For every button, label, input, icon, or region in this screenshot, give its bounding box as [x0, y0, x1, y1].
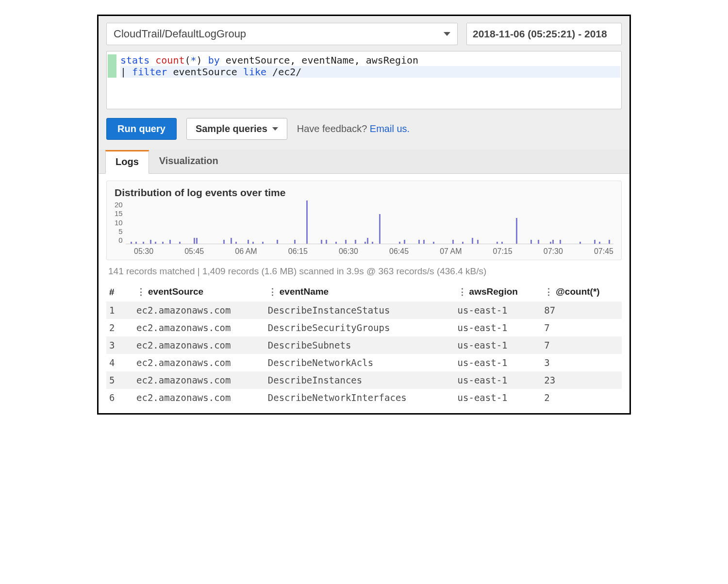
tab-logs[interactable]: Logs [105, 150, 149, 174]
table-row[interactable]: 1ec2.amazonaws.comDescribeInstanceStatus… [106, 301, 622, 319]
chart-bar[interactable] [550, 242, 551, 244]
table-row[interactable]: 6ec2.amazonaws.comDescribeNetworkInterfa… [106, 389, 622, 406]
table-cell: us-east-1 [455, 389, 542, 406]
chart-plot[interactable] [126, 200, 613, 244]
chart-bar[interactable] [364, 242, 366, 244]
chart-bar[interactable] [131, 242, 132, 244]
table-cell: us-east-1 [455, 354, 542, 371]
chevron-down-icon [272, 127, 278, 131]
chart-bar[interactable] [501, 242, 503, 244]
scan-summary: 141 records matched | 1,409 records (1.6… [106, 260, 622, 283]
chart-bar[interactable] [379, 214, 381, 244]
chart-bar[interactable] [372, 242, 373, 244]
table-cell: DescribeInstanceStatus [265, 301, 455, 319]
column-header[interactable]: # [106, 283, 133, 301]
query-panel: CloudTrail/DefaultLogGroup 2018-11-06 (0… [99, 16, 629, 150]
run-query-button[interactable]: Run query [106, 118, 177, 140]
chart-bar[interactable] [143, 242, 144, 244]
query-editor[interactable]: stats count(*) by eventSource, eventName… [106, 51, 622, 109]
chart-bar[interactable] [326, 240, 327, 244]
sample-queries-dropdown[interactable]: Sample queries [186, 118, 287, 140]
column-header[interactable]: ⋮eventName [265, 283, 455, 301]
chart-bar[interactable] [335, 242, 337, 244]
chart-bar[interactable] [404, 240, 405, 244]
table-header-row: #⋮eventSource⋮eventName⋮awsRegion⋮@count… [106, 283, 622, 301]
log-group-dropdown[interactable]: CloudTrail/DefaultLogGroup [106, 23, 458, 45]
table-cell: 1 [106, 301, 133, 319]
chart-bar[interactable] [179, 242, 181, 244]
chart-bar[interactable] [155, 242, 156, 244]
chart-bar[interactable] [399, 242, 400, 244]
chart-bar[interactable] [135, 242, 137, 244]
chart-bar[interactable] [252, 242, 254, 244]
chart-bar[interactable] [579, 242, 581, 244]
chart-bar[interactable] [538, 240, 539, 244]
column-header[interactable]: ⋮@count(*) [541, 283, 622, 301]
column-menu-icon[interactable]: ⋮ [544, 286, 553, 298]
action-bar: Run query Sample queries Have feedback? … [106, 109, 622, 150]
table-cell: ec2.amazonaws.com [133, 301, 265, 319]
chart-bar[interactable] [516, 218, 517, 244]
table-cell: 6 [106, 389, 133, 406]
chart-bar[interactable] [433, 242, 434, 244]
chart-bar[interactable] [294, 240, 296, 244]
table-cell: us-east-1 [455, 319, 542, 336]
chevron-down-icon [444, 32, 450, 36]
feedback-link[interactable]: Email us. [370, 123, 410, 134]
chart-bar[interactable] [248, 240, 249, 244]
app-frame: CloudTrail/DefaultLogGroup 2018-11-06 (0… [97, 15, 631, 415]
chart-bar[interactable] [530, 240, 532, 244]
chart-bar[interactable] [277, 240, 278, 244]
chart-bar[interactable] [235, 242, 237, 244]
column-header[interactable]: ⋮awsRegion [455, 283, 542, 301]
log-group-value: CloudTrail/DefaultLogGroup [114, 28, 246, 40]
table-cell: us-east-1 [455, 336, 542, 354]
table-cell: DescribeSubnets [265, 336, 455, 354]
table-cell: 87 [541, 301, 622, 319]
chart-bar[interactable] [262, 242, 264, 244]
table-cell: ec2.amazonaws.com [133, 354, 265, 371]
chart-bar[interactable] [599, 242, 600, 244]
chart-yaxis: 20151050 [115, 200, 126, 244]
chart-bar[interactable] [150, 240, 151, 244]
table-cell: 4 [106, 354, 133, 371]
chart-bar[interactable] [477, 240, 479, 244]
table-row[interactable]: 4ec2.amazonaws.comDescribeNetworkAclsus-… [106, 354, 622, 371]
chart-bar[interactable] [345, 240, 347, 244]
chart-bar[interactable] [418, 240, 420, 244]
chart-xaxis: 05:3005:4506 AM06:1506:3006:4507 AM07:15… [115, 244, 613, 256]
tab-visualization[interactable]: Visualization [149, 150, 229, 174]
chart-bar[interactable] [462, 242, 463, 244]
chart-bar[interactable] [223, 240, 225, 244]
chart-bar[interactable] [162, 242, 164, 244]
column-menu-icon[interactable]: ⋮ [458, 286, 466, 298]
chart-bar[interactable] [169, 240, 171, 244]
chart-bar[interactable] [231, 238, 232, 244]
chart-bar[interactable] [452, 240, 454, 244]
chart-bar[interactable] [355, 240, 356, 244]
date-range-picker[interactable]: 2018-11-06 (05:25:21) - 2018 [466, 23, 622, 45]
table-cell: 3 [106, 336, 133, 354]
chart-bar[interactable] [194, 238, 195, 244]
table-row[interactable]: 2ec2.amazonaws.comDescribeSecurityGroups… [106, 319, 622, 336]
table-row[interactable]: 5ec2.amazonaws.comDescribeInstancesus-ea… [106, 371, 622, 389]
column-header[interactable]: ⋮eventSource [133, 283, 265, 301]
chart-bar[interactable] [560, 240, 561, 244]
chart-bar[interactable] [196, 238, 198, 244]
chart-bar[interactable] [306, 200, 308, 244]
table-cell: ec2.amazonaws.com [133, 389, 265, 406]
chart-bar[interactable] [496, 242, 498, 244]
table-cell: DescribeInstances [265, 371, 455, 389]
chart-bar[interactable] [594, 240, 596, 244]
chart-bar[interactable] [367, 238, 368, 244]
chart-bar[interactable] [552, 240, 554, 244]
chart-bar[interactable] [423, 240, 425, 244]
chart-bar[interactable] [321, 240, 322, 244]
table-row[interactable]: 3ec2.amazonaws.comDescribeSubnetsus-east… [106, 336, 622, 354]
table-cell: 7 [541, 319, 622, 336]
sample-queries-label: Sample queries [196, 123, 267, 134]
chart-bar[interactable] [609, 240, 610, 244]
chart-bar[interactable] [472, 238, 473, 244]
column-menu-icon[interactable]: ⋮ [268, 286, 277, 298]
column-menu-icon[interactable]: ⋮ [136, 286, 145, 298]
